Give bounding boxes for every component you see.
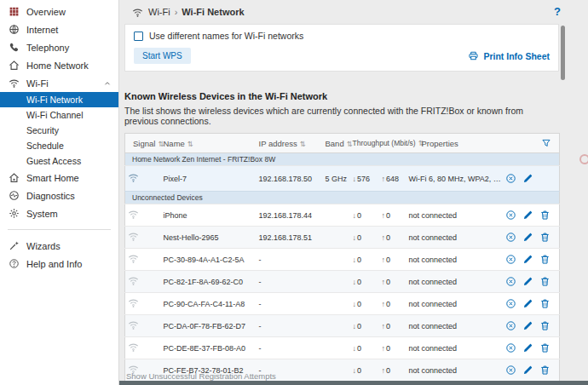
sidebar-item-telephony[interactable]: Telephony xyxy=(0,38,118,56)
throughput-down-cell: ↓0 xyxy=(350,293,379,315)
column-header-band[interactable]: Band⇅ xyxy=(323,134,350,153)
band-cell xyxy=(323,204,350,227)
delete-button[interactable] xyxy=(539,276,551,287)
signal-cell xyxy=(125,337,161,359)
device-name-cell: PC-DA-0F-78-FB-62-D7 xyxy=(161,315,257,337)
up-arrow-icon: ↑ xyxy=(382,322,386,330)
down-arrow-icon: ↓ xyxy=(353,175,357,183)
sidebar-item-label: Smart Home xyxy=(26,173,113,183)
down-arrow-icon: ↓ xyxy=(353,211,357,220)
delete-button[interactable] xyxy=(539,298,551,309)
sidebar-item-overview[interactable]: Overview xyxy=(0,3,118,20)
checkbox-row: Use different names for Wi-Fi networks xyxy=(134,31,550,41)
sidebar-item-home-network[interactable]: Home Network xyxy=(0,56,118,74)
edit-button[interactable] xyxy=(522,298,533,309)
ip-cell: - xyxy=(257,315,323,337)
breadcrumb-section[interactable]: Wi-Fi xyxy=(148,7,170,17)
column-header-signal[interactable]: Signal⇅ xyxy=(125,134,161,153)
properties-cell: not connected xyxy=(406,337,506,359)
throughput-up-cell: ↑648 xyxy=(379,166,406,192)
block-button[interactable] xyxy=(506,276,517,287)
throughput-up-cell: ↑0 xyxy=(379,204,406,227)
throughput-down-cell: ↓0 xyxy=(350,271,379,293)
sidebar-item-schedule[interactable]: Schedule xyxy=(0,138,118,153)
column-header-ip[interactable]: IP address⇅ xyxy=(257,134,323,153)
block-button[interactable] xyxy=(506,320,517,331)
edit-button[interactable] xyxy=(522,232,533,243)
sidebar-item-wi-fi-channel[interactable]: Wi-Fi Channel xyxy=(0,107,118,123)
wifi-signal-icon xyxy=(128,231,139,242)
sidebar-item-label: Diagnostics xyxy=(26,191,113,201)
ip-cell: - xyxy=(257,271,323,293)
block-button[interactable] xyxy=(506,173,517,184)
block-button[interactable] xyxy=(506,342,517,353)
device-row: iPhone192.168.178.44↓0↑0not connected xyxy=(125,204,560,227)
column-header-throughput[interactable]: Throughput (Mbit/s)⇅ xyxy=(350,134,406,153)
wifi-names-card: Use different names for Wi-Fi networks S… xyxy=(124,24,559,72)
sidebar-item-label: Help and Info xyxy=(26,259,113,269)
breadcrumb: Wi-Fi › Wi-Fi Network xyxy=(119,0,588,24)
column-header-label: Band xyxy=(326,139,344,148)
down-arrow-icon: ↓ xyxy=(353,300,357,308)
group-row: Unconnected Devices xyxy=(125,192,560,204)
sidebar-item-wi-fi-network[interactable]: Wi-Fi Network xyxy=(0,92,118,107)
sidebar-item-help-and-info[interactable]: Help and Info xyxy=(0,255,118,273)
sidebar-item-internet[interactable]: Internet xyxy=(0,20,118,38)
column-header-label: IP address xyxy=(259,139,297,148)
device-row: PC-82-1F-8A-69-62-C0-↓0↑0not connected xyxy=(125,271,560,293)
checkbox-label: Use different names for Wi-Fi networks xyxy=(149,31,303,41)
wifi-icon xyxy=(132,7,143,18)
different-names-checkbox[interactable] xyxy=(134,32,143,41)
device-row: Pixel-7192.168.178.505 GHz↓576↑648Wi-Fi … xyxy=(125,166,560,192)
edit-button[interactable] xyxy=(522,320,533,331)
up-arrow-icon: ↑ xyxy=(382,175,386,183)
delete-button[interactable] xyxy=(539,210,551,221)
show-attempts-link[interactable]: Show Unsuccessful Registration Attempts xyxy=(126,371,276,381)
ip-cell: 192.168.178.51 xyxy=(257,227,323,249)
sidebar-item-label: Overview xyxy=(26,7,113,17)
edit-button[interactable] xyxy=(522,254,533,265)
signal-cell xyxy=(125,204,161,227)
device-name-cell: PC-82-1F-8A-69-62-C0 xyxy=(161,271,257,293)
block-button[interactable] xyxy=(506,232,517,243)
sidebar-item-system[interactable]: System xyxy=(0,204,118,222)
start-wps-button[interactable]: Start WPS xyxy=(134,48,191,64)
delete-button[interactable] xyxy=(539,254,551,265)
sidebar-item-smart-home[interactable]: Smart Home xyxy=(0,169,118,187)
sidebar-item-diagnostics[interactable]: Diagnostics xyxy=(0,187,118,204)
throughput-down-cell: ↓0 xyxy=(350,227,379,249)
block-button[interactable] xyxy=(506,210,517,221)
print-info-sheet-link[interactable]: Print Info Sheet xyxy=(468,50,550,61)
block-button[interactable] xyxy=(506,254,517,265)
filter-icon[interactable] xyxy=(541,138,551,148)
row-actions xyxy=(509,254,557,265)
sidebar-item-security[interactable]: Security xyxy=(0,123,118,138)
help-icon xyxy=(8,257,20,270)
block-button[interactable] xyxy=(506,298,517,309)
edit-button[interactable] xyxy=(522,276,533,287)
delete-button[interactable] xyxy=(539,320,551,331)
help-button[interactable]: ? xyxy=(554,5,561,18)
column-header-name[interactable]: Name⇅ xyxy=(161,134,257,153)
edit-button[interactable] xyxy=(522,210,533,221)
wifi-signal-icon xyxy=(128,342,139,353)
edit-button[interactable] xyxy=(522,342,533,353)
wifi-signal-icon xyxy=(128,172,139,183)
sidebar-item-guest-access[interactable]: Guest Access xyxy=(0,153,118,169)
signal-cell xyxy=(125,249,161,271)
sidebar-item-label: Home Network xyxy=(26,60,113,71)
wifi-signal-icon xyxy=(128,209,139,220)
edit-button[interactable] xyxy=(522,173,533,184)
signal-cell xyxy=(125,166,161,192)
delete-button[interactable] xyxy=(539,232,551,243)
signal-cell xyxy=(125,293,161,315)
scrollbar-thumb[interactable] xyxy=(561,26,565,80)
sidebar-item-wi-fi[interactable]: Wi-Fi xyxy=(0,74,118,92)
sidebar-item-label: Wizards xyxy=(26,241,113,251)
smart-home-icon xyxy=(8,171,20,184)
delete-button[interactable] xyxy=(539,342,551,353)
sidebar-item-wizards[interactable]: Wizards xyxy=(0,237,118,255)
row-actions xyxy=(509,276,557,287)
devices-section-description: The list shows the wireless devices whic… xyxy=(124,106,559,126)
sidebar-item-label: Telephony xyxy=(26,43,113,53)
